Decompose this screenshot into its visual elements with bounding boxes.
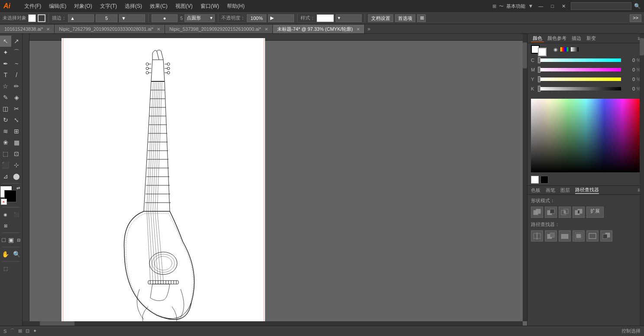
screen-mode-normal[interactable]: □ <box>0 234 7 246</box>
gradient-mode-btn[interactable]: ⬛ <box>11 209 23 220</box>
canvas-area[interactable] <box>23 34 527 326</box>
shape-tool[interactable]: ☆ <box>0 81 11 92</box>
outline-button[interactable] <box>586 230 599 242</box>
canvas-horizontal-scrollbar[interactable] <box>23 321 523 326</box>
style-swatch[interactable] <box>317 14 334 22</box>
shaper-tool[interactable]: ◈ <box>11 92 23 103</box>
tab-layers[interactable]: 图层 <box>560 187 570 194</box>
gradient-tool[interactable]: ⬛ <box>0 159 11 171</box>
scale-tool[interactable]: ⤡ <box>11 114 23 126</box>
paint-bucket-tool[interactable]: ⬤ <box>11 171 23 182</box>
line-tool[interactable]: / <box>11 69 23 81</box>
stroke-up-button[interactable]: ▲ <box>68 14 94 22</box>
cmyk-y-slider[interactable] <box>538 78 621 81</box>
slice-tool[interactable]: ⊡ <box>11 148 23 159</box>
minus-back-button[interactable] <box>600 230 612 242</box>
white-swatch[interactable] <box>531 176 539 184</box>
stroke-color-box[interactable] <box>38 14 45 22</box>
preferences-button[interactable]: 首选项 <box>395 14 415 22</box>
panel-tab-color[interactable]: 颜色 <box>531 35 544 42</box>
cmyk-m-slider[interactable] <box>538 68 621 71</box>
tab-3[interactable]: 未标题-74* @ 97.33% (CMYK/轮廓) ✕ <box>273 25 365 33</box>
divide-button[interactable] <box>531 230 543 242</box>
panel-tab-gradient[interactable]: 新变 <box>585 35 598 42</box>
options-extra-button[interactable]: ⊞ <box>417 14 426 22</box>
exclude-button[interactable] <box>573 207 585 218</box>
cmyk-c-slider[interactable] <box>538 58 621 62</box>
rotate-tool[interactable]: ↻ <box>0 114 11 126</box>
hand-tool[interactable]: ✋ <box>0 249 11 260</box>
crop-button[interactable] <box>573 230 585 242</box>
maximize-button[interactable]: □ <box>548 3 557 9</box>
canvas-vscroll-thumb[interactable] <box>523 42 527 68</box>
tab-1-close[interactable]: ✕ <box>157 27 160 32</box>
stroke-down-button[interactable]: ▼ <box>119 14 145 22</box>
black-swatch[interactable] <box>540 176 548 184</box>
doc-settings-button[interactable]: 文档设置 <box>368 14 393 22</box>
selection-tool[interactable]: ↖ <box>0 36 11 47</box>
cmyk-k-slider[interactable] <box>538 87 621 90</box>
cmyk-m-thumb[interactable] <box>538 67 540 73</box>
color-spectrum[interactable] <box>531 99 641 172</box>
workspace-label[interactable]: 基本功能 <box>506 3 525 10</box>
type-tool[interactable]: T <box>0 69 11 81</box>
menu-edit[interactable]: 编辑(E) <box>45 2 70 11</box>
menu-object[interactable]: 对象(O) <box>71 2 95 11</box>
none-fill-btn[interactable]: ⊠ <box>0 220 11 231</box>
tab-0[interactable]: 101615243838.ai* ✕ <box>0 25 55 33</box>
free-transform-tool[interactable]: ⊞ <box>11 126 23 137</box>
stroke-value-input[interactable] <box>96 14 117 22</box>
canvas-vertical-scrollbar[interactable] <box>523 34 527 321</box>
menu-text[interactable]: 文字(T) <box>97 2 120 11</box>
artboard-icon-btn[interactable]: ⬚ <box>0 263 11 274</box>
panel-tab-color-ref[interactable]: 颜色参考 <box>546 35 568 42</box>
symbol-sprayer-tool[interactable]: ❀ <box>0 137 11 148</box>
menu-effect[interactable]: 效果(C) <box>146 2 171 11</box>
intersect-button[interactable] <box>559 207 571 218</box>
right-panel-scroll-thumb[interactable] <box>640 38 644 55</box>
search-input[interactable] <box>571 2 631 10</box>
tab-brushes[interactable]: 画笔 <box>546 187 555 194</box>
canvas-hscroll-thumb[interactable] <box>40 321 74 326</box>
workspace-arrow-icon[interactable]: ▼ <box>528 3 533 9</box>
tab-2[interactable]: Nipic_537398_20190929202152610000.ai* ✕ <box>165 25 273 33</box>
tab-2-close[interactable]: ✕ <box>265 27 268 32</box>
cmyk-y-thumb[interactable] <box>538 76 540 82</box>
color-icon[interactable]: ◉ <box>553 47 558 52</box>
scissors-tool[interactable]: ✂ <box>11 103 23 114</box>
tab-0-close[interactable]: ✕ <box>46 27 50 32</box>
cmyk-k-thumb[interactable] <box>538 86 540 92</box>
swap-colors-icon[interactable]: ⇄ <box>16 186 22 191</box>
menu-file[interactable]: 文件(F) <box>21 2 45 11</box>
graph-tool[interactable]: ▦ <box>11 137 23 148</box>
style-arrow[interactable]: ▾ <box>336 14 362 22</box>
curvature-tool[interactable]: ~ <box>11 58 23 69</box>
menu-help[interactable]: 帮助(H) <box>223 2 248 11</box>
tab-pathfinder[interactable]: 路径查找器 <box>575 187 599 194</box>
stroke-style-icon[interactable]: ● <box>152 14 178 22</box>
lasso-tool[interactable]: ⌒ <box>11 47 23 58</box>
mesh-tool[interactable]: ⊹ <box>11 159 23 171</box>
zoom-tool[interactable]: 🔍 <box>11 249 23 260</box>
stroke-swatch-panel[interactable] <box>538 48 547 56</box>
menu-view[interactable]: 视图(V) <box>172 2 196 11</box>
spectrum-icon[interactable] <box>560 47 568 52</box>
expand-button[interactable]: 扩展 <box>586 207 604 218</box>
pen-tool[interactable]: ✒ <box>0 58 11 69</box>
warp-tool[interactable]: ≋ <box>0 126 11 137</box>
tab-3-close[interactable]: ✕ <box>356 27 360 32</box>
minimize-button[interactable]: — <box>536 3 546 9</box>
eraser-tool[interactable]: ◫ <box>0 103 11 114</box>
collapse-button[interactable]: >> <box>630 14 641 22</box>
cmyk-c-thumb[interactable] <box>538 57 540 63</box>
none-color-icon[interactable]: ✕ <box>1 199 7 205</box>
merge-button[interactable] <box>559 230 571 242</box>
opacity-arrow[interactable]: ▶ <box>268 14 294 22</box>
tab-swatches[interactable]: 色板 <box>531 187 540 194</box>
menu-window[interactable]: 窗口(W) <box>197 2 223 11</box>
tab-1[interactable]: Nipic_7262799_20190920103330028031.ai* ✕ <box>55 25 165 33</box>
right-panel-scrollbar[interactable] <box>640 34 644 326</box>
minus-front-button[interactable] <box>545 207 557 218</box>
close-button[interactable]: ✕ <box>559 3 568 9</box>
artboard-tool[interactable]: ⬚ <box>0 148 11 159</box>
